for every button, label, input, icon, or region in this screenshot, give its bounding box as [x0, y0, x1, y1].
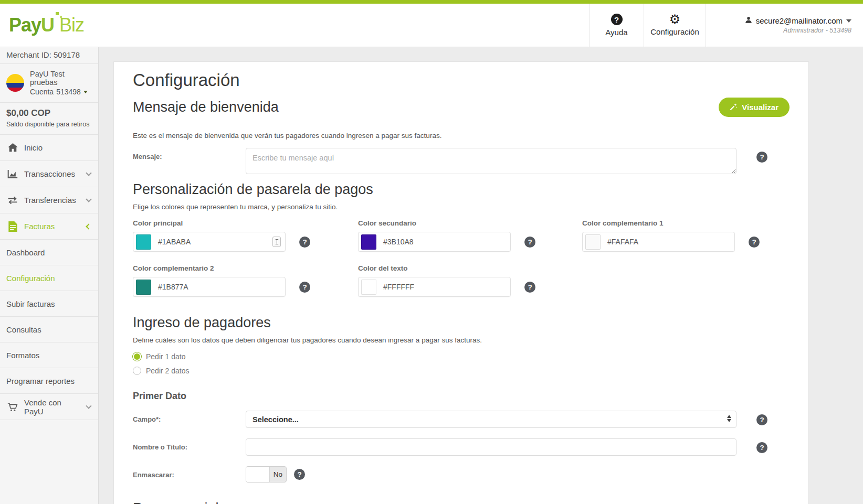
chevron-down-icon	[86, 403, 92, 409]
help-icon[interactable]: ?	[756, 442, 767, 453]
wand-icon	[730, 103, 738, 112]
sidebar-item-label: Consultas	[6, 325, 41, 334]
color-field-label: Color del texto	[358, 264, 582, 272]
toggle-state-label: No	[270, 467, 286, 482]
main-area: Configuración Mensaje de bienvenida Visu…	[99, 47, 863, 504]
color-field-complementario-2: Color complementario 2 #1B877A ?	[133, 264, 358, 297]
logo-pixel	[56, 12, 59, 15]
color-value: #FFFFFF	[383, 283, 414, 291]
color-field-label: Color principal	[133, 219, 358, 227]
personalization-section-title: Personalización de pasarela de pagos	[133, 181, 790, 198]
chevron-down-icon	[846, 19, 851, 23]
color-swatch[interactable]	[585, 234, 601, 250]
user-email: secure2@mailinator.com	[756, 16, 843, 25]
sidebar-item-consultas[interactable]: Consultas	[0, 317, 98, 342]
sidebar-item-label: Subir facturas	[6, 299, 55, 308]
campo-select[interactable]: Seleccione...	[246, 411, 736, 428]
color-field-principal: Color principal #1ABABA ?	[133, 219, 358, 252]
nombre-input[interactable]	[246, 438, 736, 456]
color-principal-input[interactable]: #1ABABA	[133, 232, 286, 252]
help-button[interactable]: ? Ayuda	[589, 4, 644, 47]
personalization-description: Elige los colores que representen tu mar…	[133, 203, 790, 211]
enmascarar-label: Enmascarar:	[133, 466, 246, 479]
color-value: #1B877A	[158, 283, 188, 291]
nombre-label: Nombre o Título:	[133, 438, 246, 451]
radio-selected-icon[interactable]	[133, 352, 141, 361]
help-label: Ayuda	[605, 28, 627, 37]
colombia-flag-icon	[6, 74, 24, 92]
account-switcher[interactable]: PayU Test pruebas Cuenta 513498	[0, 64, 98, 103]
sidebar-item-programar-reportes[interactable]: Programar reportes	[0, 368, 98, 394]
toggle-knob	[246, 467, 270, 482]
color-swatch[interactable]	[361, 280, 376, 295]
color-complementario1-input[interactable]: #FAFAFA	[582, 232, 735, 252]
cart-icon	[7, 402, 18, 412]
user-menu[interactable]: secure2@mailinator.com Administrador - 5…	[706, 4, 863, 47]
color-texto-input[interactable]: #FFFFFF	[358, 277, 511, 297]
color-secundario-input[interactable]: #3B10A8	[358, 232, 511, 252]
help-icon[interactable]: ?	[756, 152, 767, 163]
enmascarar-row: Enmascarar: No ?	[133, 466, 790, 482]
sidebar-item-label: Transferencias	[24, 196, 76, 205]
sidebar-item-label: Inicio	[24, 143, 43, 152]
settings-label: Configuración	[650, 27, 699, 36]
logo-pixel-small	[60, 16, 62, 18]
sidebar-item-transferencias[interactable]: Transferencias	[0, 187, 98, 213]
enmascarar-toggle[interactable]: No	[246, 466, 287, 482]
help-icon[interactable]: ?	[756, 414, 767, 425]
help-icon[interactable]: ?	[524, 237, 535, 248]
logo-text-u: U	[41, 14, 54, 36]
sidebar-item-configuracion[interactable]: Configuración	[0, 265, 98, 291]
color-value: #1ABABA	[158, 238, 191, 246]
configuration-card: Configuración Mensaje de bienvenida Visu…	[113, 61, 809, 504]
sidebar-item-inicio[interactable]: Inicio	[0, 135, 98, 161]
sidebar-item-label: Configuración	[6, 274, 55, 283]
color-fields-grid: Color principal #1ABABA ? Color sec	[133, 219, 790, 297]
visualize-button[interactable]: Visualizar	[719, 98, 790, 117]
sidebar-item-transacciones[interactable]: Transacciones	[0, 161, 98, 187]
color-swatch[interactable]	[136, 280, 151, 295]
person-icon	[745, 16, 752, 25]
sidebar-item-subir-facturas[interactable]: Subir facturas	[0, 291, 98, 317]
payu-biz-logo[interactable]: PayU Biz	[0, 4, 84, 47]
sidebar-item-formatos[interactable]: Formatos	[0, 342, 98, 368]
color-value: #3B10A8	[383, 238, 414, 246]
help-icon[interactable]: ?	[299, 237, 310, 248]
gear-icon: ⚙	[669, 14, 681, 25]
welcome-description: Este es el mensaje de bienvenida que ver…	[133, 132, 790, 140]
sidebar-item-label: Formatos	[6, 351, 39, 360]
color-swatch[interactable]	[136, 234, 151, 250]
brand-accent-bar	[0, 0, 863, 4]
settings-button[interactable]: ⚙ Configuración	[644, 4, 706, 47]
logo-text-biz: Biz	[59, 14, 84, 36]
sidebar-item-label: Programar reportes	[6, 377, 75, 385]
color-field-texto: Color del texto #FFFFFF ?	[358, 264, 582, 297]
color-complementario2-input[interactable]: #1B877A	[133, 277, 286, 297]
help-icon[interactable]: ?	[524, 282, 535, 293]
payers-description: Define cuáles son los datos que deben di…	[133, 336, 790, 344]
sidebar-item-dashboard[interactable]: Dashboard	[0, 240, 98, 265]
logo-text-pay: Pay	[9, 14, 41, 36]
color-field-complementario-1: Color complementario 1 #FAFAFA ?	[582, 219, 790, 252]
radio-pedir-2-datos[interactable]: Pedir 2 datos	[133, 367, 790, 375]
help-icon[interactable]: ?	[294, 469, 305, 480]
chart-icon	[7, 169, 18, 179]
question-circle-icon: ?	[611, 14, 623, 25]
campo-label: Campo*:	[133, 411, 246, 423]
sidebar-item-facturas[interactable]: Facturas	[0, 213, 98, 240]
color-field-label: Color complementario 1	[582, 219, 790, 227]
balance-amount: $0,00 COP	[6, 108, 92, 119]
radio-unselected-icon[interactable]	[133, 367, 141, 375]
chevron-down-icon	[83, 91, 88, 93]
help-icon[interactable]: ?	[299, 282, 310, 293]
payers-section-title: Ingreso de pagadores	[133, 315, 790, 331]
color-swatch[interactable]	[361, 234, 376, 250]
account-number: 513498	[56, 88, 81, 96]
welcome-section-title: Mensaje de bienvenida	[133, 99, 279, 115]
sidebar-item-vende-con-payu[interactable]: Vende con PayU	[0, 394, 98, 420]
help-icon[interactable]: ?	[749, 237, 760, 248]
radio-pedir-1-dato[interactable]: Pedir 1 dato	[133, 352, 790, 361]
sidebar-item-label: Transacciones	[24, 169, 75, 178]
message-textarea[interactable]	[246, 148, 736, 174]
first-data-title: Primer Dato	[133, 391, 790, 402]
